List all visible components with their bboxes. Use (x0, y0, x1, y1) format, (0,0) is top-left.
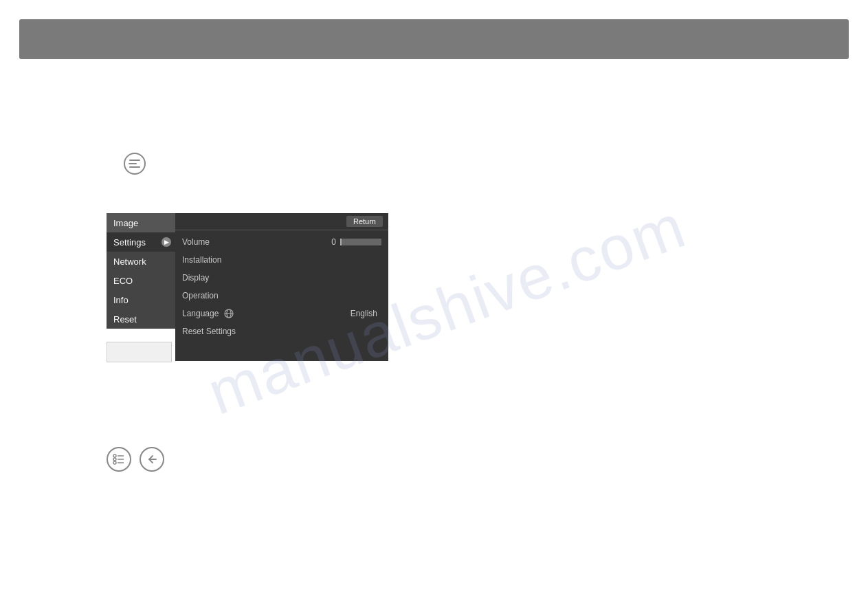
volume-label: Volume (182, 237, 331, 247)
return-button[interactable]: Return (346, 216, 383, 227)
panel-item-reset-settings[interactable]: Reset Settings (175, 322, 388, 340)
menu-icon-top[interactable] (122, 151, 147, 176)
sidebar-label-network: Network (113, 256, 146, 267)
bottom-back-icon[interactable] (140, 447, 164, 472)
panel-item-installation[interactable]: Installation (175, 251, 388, 269)
panel-item-volume[interactable]: Volume 0 (175, 233, 388, 251)
reset-settings-label: Reset Settings (182, 327, 381, 336)
panel-item-operation[interactable]: Operation (175, 287, 388, 305)
bottom-menu-icon[interactable] (107, 447, 131, 472)
osd-menu: Image Settings ▶ Network ECO Info Reset … (107, 213, 388, 361)
language-label: Language (182, 309, 350, 319)
menu-line-3 (129, 166, 140, 168)
osd-sidebar: Image Settings ▶ Network ECO Info Reset (107, 213, 175, 361)
menu-line-1 (129, 160, 140, 161)
installation-label: Installation (182, 255, 381, 265)
svg-point-3 (113, 454, 116, 457)
sidebar-label-info: Info (113, 295, 129, 305)
sidebar-label-eco: ECO (113, 276, 133, 286)
sidebar-item-eco[interactable]: ECO (107, 271, 175, 290)
menu-icon-circle (124, 153, 146, 175)
display-label: Display (182, 273, 381, 283)
svg-point-7 (113, 461, 116, 464)
osd-panel: Return Volume 0 Installation Display Ope… (175, 213, 388, 361)
menu-list-icon (113, 454, 125, 465)
sidebar-item-info[interactable]: Info (107, 290, 175, 309)
volume-value: 0 (331, 237, 336, 247)
settings-arrow-icon: ▶ (162, 237, 171, 247)
panel-item-display[interactable]: Display (175, 269, 388, 287)
svg-point-5 (113, 458, 116, 461)
bottom-icons (107, 447, 164, 472)
menu-line-2 (129, 163, 137, 164)
globe-icon (224, 309, 234, 318)
sidebar-item-reset[interactable]: Reset (107, 309, 175, 329)
volume-fill (340, 239, 342, 245)
panel-item-language[interactable]: Language English (175, 305, 388, 322)
panel-header: Return (175, 213, 388, 230)
top-bar (19, 19, 849, 59)
sidebar-label-image: Image (113, 218, 138, 228)
panel-items: Volume 0 Installation Display Operation (175, 230, 388, 343)
sidebar-item-image[interactable]: Image (107, 213, 175, 232)
small-rectangle (107, 342, 172, 362)
language-value: English (350, 309, 377, 318)
sidebar-label-reset: Reset (113, 314, 137, 325)
operation-label: Operation (182, 291, 381, 300)
volume-bar[interactable] (340, 239, 381, 245)
sidebar-label-settings: Settings (113, 237, 146, 248)
sidebar-item-network[interactable]: Network (107, 252, 175, 271)
sidebar-item-settings[interactable]: Settings ▶ (107, 232, 175, 252)
back-arrow-icon (146, 454, 158, 465)
